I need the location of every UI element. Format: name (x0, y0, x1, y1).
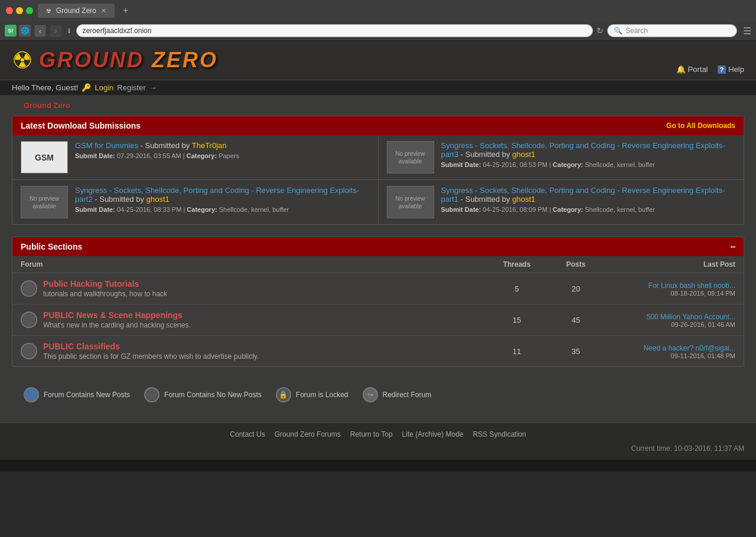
login-link[interactable]: Login (94, 83, 113, 92)
page-content: ☢ GROUND ZERO 🔔 Portal ? Help Hello Ther… (0, 41, 756, 460)
legend-no-new-label: Forum Contains No New Posts (164, 391, 262, 399)
download-submitter-link[interactable]: ghost1 (146, 195, 170, 204)
forum-classifieds-desc: This public section is for GZ members wh… (43, 352, 259, 361)
download-info: Syngress - Sockets, Shellcode, Porting a… (441, 141, 736, 168)
forum-classifieds-posts: 35 (546, 347, 605, 356)
help-link[interactable]: ? Help (718, 65, 744, 74)
download-item: No preview available Syngress - Sockets,… (379, 180, 744, 224)
dash-sep: - Submitted by (461, 195, 512, 204)
arrow-icon: → (149, 83, 157, 92)
legend-new-posts-label: Forum Contains New Posts (44, 391, 130, 399)
dash-sep: - Submitted by (94, 195, 146, 204)
footer-contact-link[interactable]: Contact Us (230, 430, 265, 438)
forum-classifieds-link[interactable]: PUBLIC Classifieds (43, 342, 120, 351)
forum-details: Public Hacking Tutorials tutorials and w… (43, 279, 167, 298)
ext-icon-1[interactable]: S! (5, 25, 17, 37)
new-tab-button[interactable]: + (119, 4, 132, 17)
legend-redirect: ↪ Redirect Forum (363, 387, 432, 402)
footer-links: Contact Us Ground Zero Forums Return to … (12, 430, 744, 438)
col-last-post: Last Post (605, 260, 735, 268)
browser-chrome: ☢ Ground Zero ✕ + S! 🌐 ‹ › ℹ ↻ 🔍 Search … (0, 0, 756, 41)
search-icon: 🔍 (614, 27, 623, 35)
forward-button[interactable]: › (50, 25, 61, 37)
lastpost-news-date: 09-26-2016, 01:46 AM (605, 321, 735, 328)
url-bar[interactable] (76, 24, 593, 37)
download-thumbnail: No preview available (21, 186, 68, 218)
download-thumbnail: GSM (21, 141, 68, 173)
breadcrumb: Ground Zero (12, 95, 744, 116)
downloads-title: Latest Download Submissions (21, 121, 141, 130)
download-submitter-link[interactable]: ghost1 (512, 150, 535, 159)
forum-classifieds-lastpost: Need a hacker? n0rf@sigai... 09-11-2016,… (605, 343, 735, 359)
downloads-section-header: Latest Download Submissions Go to All Do… (12, 116, 744, 135)
col-forum: Forum (21, 260, 487, 268)
lastpost-classifieds-link[interactable]: Need a hacker? n0rf@sigai... (643, 344, 735, 352)
lastpost-tutorials-link[interactable]: For Linux bash shell noob... (649, 281, 735, 290)
forum-icon-classifieds (21, 343, 37, 359)
forum-tutorials-desc: tutorials and walkthroughs, how to hack (43, 290, 167, 298)
lastpost-news-link[interactable]: 500 Million Yahoo Account... (647, 313, 735, 321)
footer-forums-link[interactable]: Ground Zero Forums (275, 430, 341, 438)
close-window-button[interactable] (6, 7, 13, 14)
download-thumbnail: No preview available (387, 186, 434, 218)
legend-icon-no-new (144, 387, 159, 402)
no-preview-text: No preview available (387, 150, 434, 165)
current-time-value: 10-03-2016, 11:37 AM (674, 444, 744, 453)
footer-lite-link[interactable]: Lite (Archive) Mode (402, 430, 464, 438)
no-preview-text: No preview available (21, 195, 67, 210)
forum-row: PUBLIC Classifieds This public section i… (12, 336, 744, 366)
submit-date-label: Submit Date: (75, 206, 115, 213)
forum-news-link[interactable]: PUBLIC News & Scene Happenings (43, 310, 183, 320)
bell-icon: 🔔 (676, 65, 686, 74)
legend-new-posts: Forum Contains New Posts (24, 387, 130, 402)
category-label: Category: (553, 161, 583, 168)
refresh-button[interactable]: ↻ (597, 26, 604, 35)
browser-search-bar[interactable]: 🔍 Search (607, 24, 737, 37)
back-button[interactable]: ‹ (34, 25, 46, 37)
ext-icon-2[interactable]: 🌐 (19, 25, 31, 37)
legend-locked-label: Forum is Locked (296, 391, 348, 399)
dash-sep: - Submitted by (141, 141, 192, 150)
download-submitter-link[interactable]: ghost1 (512, 195, 535, 204)
footer-rss-link[interactable]: RSS Syndication (473, 430, 526, 438)
maximize-window-button[interactable] (26, 7, 33, 14)
forum-tutorials-link[interactable]: Public Hacking Tutorials (43, 279, 139, 289)
lastpost-tutorials-date: 08-18-2016, 09:14 PM (605, 290, 735, 297)
minimize-window-button[interactable] (16, 7, 23, 14)
collapse-icon[interactable]: ▪▪ (730, 243, 735, 251)
public-sections: Public Sections ▪▪ Forum Threads Posts L… (12, 237, 744, 367)
download-title-link[interactable]: GSM for Dummies (75, 141, 138, 150)
hamburger-menu[interactable]: ☰ (743, 25, 751, 37)
portal-link[interactable]: 🔔 Portal (676, 65, 708, 74)
browser-tab[interactable]: ☢ Ground Zero ✕ (38, 4, 115, 18)
download-info: GSM for Dummies - Submitted by TheTr0jan… (75, 141, 370, 159)
radiation-icon: ☢ (12, 47, 33, 74)
forum-name-cell: Public Hacking Tutorials tutorials and w… (21, 279, 487, 298)
register-link[interactable]: Register (117, 83, 145, 92)
download-info: Syngress - Sockets, Shellcode, Porting a… (441, 186, 736, 213)
download-title-row: GSM for Dummies - Submitted by TheTr0jan (75, 141, 370, 150)
key-icon: 🔑 (82, 83, 91, 92)
footer-top-link[interactable]: Return to Top (350, 430, 393, 438)
browser-status-bar (0, 460, 756, 471)
category-label: Category: (187, 206, 217, 213)
legend-locked: 🔒 Forum is Locked (276, 387, 348, 402)
forum-news-desc: What's new in the carding and hacking sc… (43, 321, 191, 329)
thumb-text: GSM (35, 153, 54, 162)
breadcrumb-link[interactable]: Ground Zero (24, 101, 70, 110)
site-title: GROUND ZERO (39, 48, 218, 73)
go-to-all-downloads-link[interactable]: Go to All Downloads (666, 122, 735, 130)
download-submitter-link[interactable]: TheTr0jan (192, 141, 227, 150)
browser-titlebar: ☢ Ground Zero ✕ + (0, 0, 756, 21)
no-preview-text: No preview available (387, 195, 434, 210)
download-item: No preview available Syngress - Sockets,… (379, 135, 744, 179)
current-time-label: Current time: (631, 444, 672, 453)
tab-close-button[interactable]: ✕ (101, 7, 106, 15)
portal-label: Portal (688, 65, 708, 74)
forum-table: Forum Threads Posts Last Post Public Hac… (12, 256, 744, 366)
tab-favicon: ☢ (46, 8, 51, 14)
forum-name-cell: PUBLIC News & Scene Happenings What's ne… (21, 310, 487, 329)
legend-icon-redirect: ↪ (363, 387, 378, 402)
download-meta: Submit Date: 04-25-2016, 08:53 PM | Cate… (441, 161, 736, 168)
submit-date-label: Submit Date: (441, 161, 481, 168)
